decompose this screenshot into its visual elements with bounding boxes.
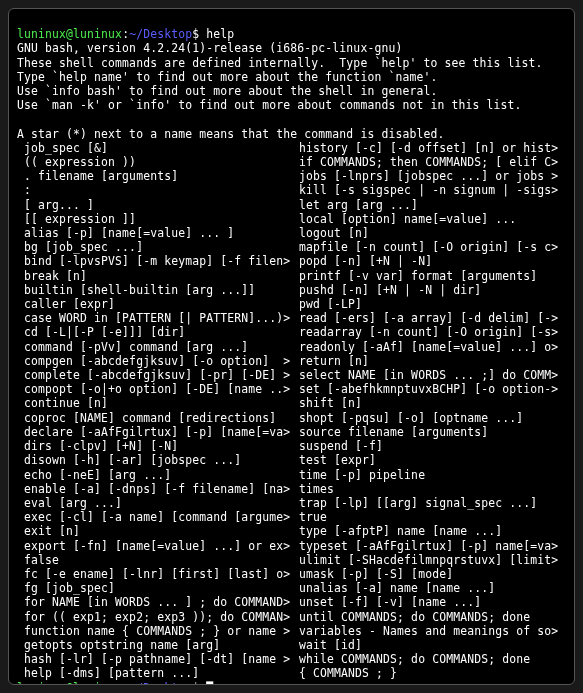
terminal-body[interactable]: luninux@luninux:~/Desktop$ help GNU bash… [17, 13, 566, 685]
prompt-user-host: luninux@luninux [17, 27, 122, 41]
help-column-left: job_spec [&] (( expression )) . filename… [17, 141, 299, 681]
prompt-line: luninux@luninux:~/Desktop$ help [17, 27, 234, 41]
terminal-window[interactable]: luninux@luninux:~/Desktop$ help GNU bash… [8, 8, 575, 685]
help-columns: job_spec [&] (( expression )) . filename… [17, 141, 566, 681]
prompt-dollar: $ [192, 27, 199, 41]
prompt-dollar: $ [192, 681, 199, 685]
prompt-user-host: luninux@luninux [17, 681, 122, 685]
typed-command: help [206, 27, 234, 41]
help-intro: GNU bash, version 4.2.24(1)-release (i68… [17, 41, 566, 140]
cursor[interactable]: █ [206, 681, 213, 685]
prompt-line-2: luninux@luninux:~/Desktop$ █ [17, 681, 213, 685]
help-column-right: history [-c] [-d offset] [n] or hist> if… [299, 141, 566, 681]
prompt-path: ~/Desktop [129, 27, 192, 41]
prompt-path: ~/Desktop [129, 681, 192, 685]
